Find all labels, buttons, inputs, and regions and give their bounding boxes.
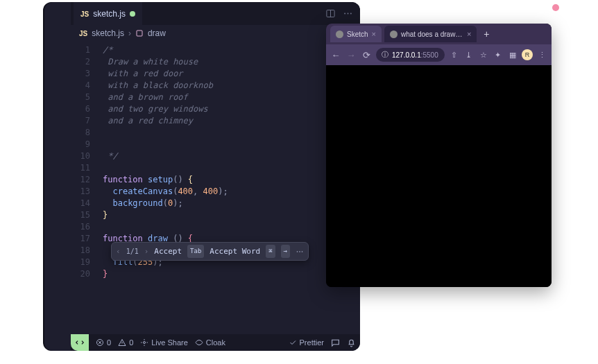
tab-favicon-icon — [390, 31, 398, 38]
accept-key: Tab — [187, 245, 204, 258]
status-liveshare[interactable]: Live Share — [140, 338, 188, 347]
tab-close-icon[interactable]: × — [467, 30, 471, 38]
svg-point-23 — [144, 342, 146, 344]
window-close-dot — [552, 4, 559, 11]
svg-point-21 — [302, 251, 303, 252]
svg-point-20 — [299, 251, 300, 252]
site-info-icon[interactable]: ⓘ — [382, 50, 388, 60]
status-warnings[interactable]: 0 — [118, 338, 133, 347]
tab-close-icon[interactable]: × — [372, 30, 376, 38]
browser-tab-label: what does a drawn ca — [401, 31, 463, 38]
address-bar[interactable]: ⓘ 127.0.0.1:5500 — [376, 48, 445, 62]
line-gutter: 1234567891011121314151617181920 — [71, 42, 99, 334]
js-file-icon: JS — [80, 10, 89, 18]
suggestion-more-icon[interactable] — [296, 248, 304, 256]
bookmark-icon[interactable]: ☆ — [478, 51, 488, 60]
editor-tabs: JS sketch.js — [71, 2, 360, 25]
browser-reload-icon[interactable]: ⟳ — [361, 50, 372, 60]
browser-tab-sketch[interactable]: Sketch × — [330, 26, 382, 42]
status-feedback-icon[interactable] — [331, 338, 340, 347]
remote-button[interactable] — [71, 334, 89, 351]
breadcrumb-file: sketch.js — [92, 28, 124, 38]
status-prettier[interactable]: Prettier — [289, 338, 324, 347]
inline-suggestion-toolbar: ‹ 1/1 › Accept Tab Accept Word ⌘ → — [111, 242, 309, 261]
browser-forward-icon[interactable]: → — [345, 50, 357, 60]
accept-word-button[interactable]: Accept Word — [210, 245, 260, 257]
svg-point-16 — [348, 13, 349, 15]
code-lines: /* Draw a white house with a red door wi… — [99, 42, 360, 334]
profile-avatar[interactable]: R — [522, 49, 533, 60]
suggestion-counter: 1/1 — [126, 245, 139, 257]
editor-group: JS sketch.js JS sketch.js › — [71, 2, 360, 351]
extension-icon[interactable]: ▦ — [507, 51, 518, 60]
svg-rect-18 — [137, 31, 142, 36]
suggestion-next-icon[interactable]: › — [144, 245, 149, 257]
download-icon[interactable]: ⤓ — [463, 51, 474, 60]
status-errors[interactable]: 0 — [96, 338, 111, 347]
code-editor[interactable]: 1234567891011121314151617181920 /* Draw … — [71, 42, 360, 334]
new-tab-button[interactable]: + — [479, 28, 493, 40]
browser-window: Sketch × what does a drawn ca × + ← → ⟳ … — [326, 24, 552, 287]
suggestion-prev-icon[interactable]: ‹ — [116, 245, 121, 257]
breadcrumb[interactable]: JS sketch.js › draw — [71, 25, 360, 42]
browser-viewport[interactable] — [326, 65, 552, 287]
tab-filename: sketch.js — [93, 9, 126, 19]
status-bell-icon[interactable] — [347, 338, 356, 347]
tab-dirty-dot-icon — [130, 11, 135, 17]
tab-sketch-js[interactable]: JS sketch.js — [74, 2, 142, 25]
split-editor-icon[interactable] — [325, 8, 336, 19]
share-icon[interactable]: ⇧ — [449, 51, 459, 60]
chevron-right-icon: › — [128, 28, 131, 38]
editor-more-icon[interactable] — [343, 8, 353, 19]
browser-toolbar: ← → ⟳ ⓘ 127.0.0.1:5500 ⇧ ⤓ ☆ ✦ ▦ R ⋮ — [326, 44, 552, 65]
extensions-puzzle-icon[interactable]: ✦ — [493, 51, 503, 60]
browser-back-icon[interactable]: ← — [330, 50, 341, 60]
browser-tab-search[interactable]: what does a drawn ca × — [384, 26, 477, 42]
svg-point-17 — [350, 13, 352, 15]
symbol-method-icon — [135, 29, 144, 37]
vscode-window: JS sketch.js JS sketch.js › — [44, 2, 360, 351]
url-port: :5500 — [421, 51, 438, 59]
tab-favicon-icon — [336, 31, 343, 38]
url-host: 127.0.0.1 — [392, 51, 421, 59]
tab-actions — [325, 8, 360, 19]
status-bar: 0 0 Live Share Cloak Prettier — [71, 334, 360, 351]
breadcrumb-symbol: draw — [148, 28, 166, 38]
status-cloak[interactable]: Cloak — [195, 338, 225, 347]
browser-tab-strip: Sketch × what does a drawn ca × + — [326, 24, 552, 44]
svg-point-15 — [344, 13, 345, 15]
accept-button[interactable]: Accept — [154, 245, 182, 257]
accept-word-key: ⌘ — [266, 245, 275, 258]
browser-tab-label: Sketch — [347, 31, 368, 38]
browser-menu-icon[interactable]: ⋮ — [537, 51, 547, 60]
accept-word-arrow-key: → — [281, 245, 290, 258]
svg-point-19 — [297, 251, 298, 252]
js-file-icon: JS — [79, 30, 87, 37]
